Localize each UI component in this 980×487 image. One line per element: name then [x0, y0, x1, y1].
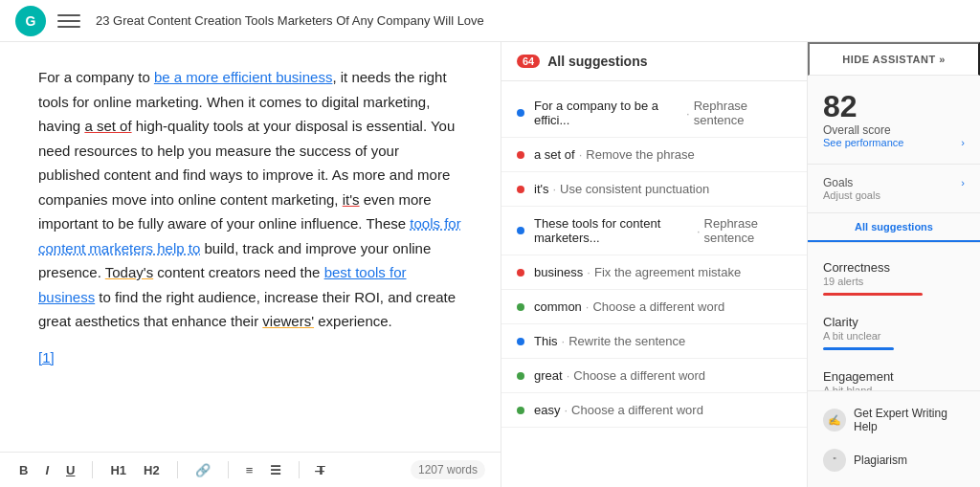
metric-name-2: Engagement	[823, 369, 965, 384]
suggestion-sep-7: ·	[567, 368, 570, 383]
suggestion-item-0[interactable]: For a company to be a effici... · Rephra…	[501, 89, 807, 138]
suggestion-sep-5: ·	[586, 299, 590, 314]
suggestion-item-6[interactable]: This · Rewrite the sentence	[501, 324, 807, 359]
suggestions-badge: 64	[517, 55, 540, 68]
flagged-viewers: viewers'	[262, 313, 314, 329]
flagged-todays: Today's	[105, 264, 153, 280]
writing-icon: ✍	[823, 409, 846, 432]
adjust-goals-link[interactable]: Goals ›	[823, 176, 965, 189]
suggestion-word-8: easy	[534, 403, 560, 417]
suggestion-item-2[interactable]: it's · Use consistent punctuation	[501, 172, 807, 207]
suggestion-word-1: a set of	[534, 147, 575, 162]
suggestion-sep-1: ·	[579, 147, 583, 162]
suggestion-sep-3: ·	[697, 224, 701, 238]
ordered-list-button[interactable]: ≡	[242, 461, 257, 479]
suggestion-dot-1	[517, 151, 524, 159]
tab-all-suggestions[interactable]: All suggestions	[808, 213, 980, 242]
main-layout: For a company to be a more efficient bus…	[0, 42, 980, 487]
metric-bar-1	[823, 347, 894, 350]
link-tools-marketers[interactable]: tools for content marketers help to	[38, 215, 461, 256]
suggestions-title: All suggestions	[547, 54, 647, 69]
see-performance-link[interactable]: See performance ›	[823, 137, 965, 148]
h1-button[interactable]: H1	[106, 461, 130, 479]
suggestion-dot-3	[517, 227, 524, 234]
unordered-list-button[interactable]: ☰	[266, 461, 285, 479]
italic-button[interactable]: I	[41, 461, 53, 479]
suggestion-dot-8	[517, 407, 524, 414]
suggestion-word-7: great	[534, 368, 563, 383]
suggestion-dot-2	[517, 186, 524, 193]
extra-section: ✍ Get Expert Writing Help " Plagiarism	[808, 390, 980, 487]
metric-bar-0	[823, 293, 923, 296]
suggestion-word-0: For a company to be a effici...	[534, 99, 682, 127]
suggestion-word-5: common	[534, 299, 582, 314]
underline-button[interactable]: U	[62, 461, 78, 479]
suggestion-item-7[interactable]: great · Choose a different word	[501, 359, 807, 393]
metric-correctness[interactable]: Correctness 19 alerts	[808, 251, 980, 305]
link-efficient-business[interactable]: be a more efficient business	[154, 69, 333, 85]
chevron-right-icon: ›	[961, 137, 965, 148]
suggestion-sep-4: ·	[587, 265, 590, 279]
suggestion-item-4[interactable]: business · Fix the agreement mistake	[501, 255, 807, 290]
goals-label: Goals	[823, 176, 853, 189]
suggestions-panel: 64 All suggestions For a company to be a…	[501, 42, 808, 487]
plagiarism-icon: "	[823, 449, 846, 472]
suggestion-action-6: Rewrite the sentence	[568, 334, 685, 348]
suggestion-action-2: Use consistent punctuation	[560, 182, 709, 196]
suggestion-dot-5	[517, 303, 524, 311]
clear-format-button[interactable]: T̶	[313, 461, 329, 479]
plagiarism-label: Plagiarism	[854, 454, 907, 467]
nav-tabs: All suggestions	[808, 213, 980, 243]
expert-writing-help[interactable]: ✍ Get Expert Writing Help	[823, 399, 965, 441]
suggestion-action-0: Rephrase sentence	[694, 99, 791, 127]
suggestion-action-4: Fix the agreement mistake	[594, 265, 741, 279]
suggestion-item-5[interactable]: common · Choose a different word	[501, 290, 807, 324]
suggestion-dot-7	[517, 372, 524, 380]
ref-link[interactable]: [1]	[38, 349, 55, 365]
menu-icon[interactable]	[57, 10, 80, 33]
app-logo[interactable]: G	[15, 6, 46, 36]
score-label: Overall score	[823, 123, 965, 137]
hide-assistant-button[interactable]: HIDE ASSISTANT »	[808, 42, 980, 76]
suggestion-action-3: Rephrase sentence	[704, 216, 791, 245]
toolbar-divider-4	[299, 461, 300, 478]
editor-toolbar: B I U H1 H2 🔗 ≡ ☰ T̶ 1207 words	[0, 452, 501, 487]
editor-ref: [1]	[38, 345, 462, 370]
topbar: G 23 Great Content Creation Tools Market…	[0, 0, 980, 42]
metric-engagement[interactable]: Engagement A bit bland	[808, 360, 980, 390]
suggestion-word-2: it's	[534, 182, 548, 196]
suggestion-action-5: Choose a different word	[592, 299, 724, 314]
suggestion-word-6: This	[534, 334, 558, 348]
suggestion-action-8: Choose a different word	[571, 403, 703, 417]
suggestion-item-1[interactable]: a set of · Remove the phrase	[501, 138, 807, 172]
editor-content[interactable]: For a company to be a more efficient bus…	[0, 42, 501, 452]
right-panel: HIDE ASSISTANT » 82 Overall score See pe…	[808, 42, 980, 487]
suggestion-sep-0: ·	[686, 106, 690, 121]
toolbar-divider-1	[92, 461, 93, 478]
suggestions-header: 64 All suggestions	[501, 42, 807, 81]
suggestion-sep-8: ·	[564, 403, 568, 417]
plagiarism-check[interactable]: " Plagiarism	[823, 441, 965, 479]
link-best-tools[interactable]: best tools for business	[38, 264, 407, 305]
suggestion-action-1: Remove the phrase	[586, 147, 694, 162]
score-section: 82 Overall score See performance ›	[808, 76, 980, 165]
suggestion-word-4: business	[534, 265, 583, 279]
word-count[interactable]: 1207 words	[411, 460, 485, 479]
suggestion-dot-4	[517, 269, 524, 277]
metric-clarity[interactable]: Clarity A bit unclear	[808, 305, 980, 360]
flagged-a-set-of: a set of	[84, 118, 131, 134]
suggestion-sep-2: ·	[552, 182, 556, 196]
metric-sub-1: A bit unclear	[823, 330, 965, 342]
bold-button[interactable]: B	[15, 461, 32, 479]
editor-area: For a company to be a more efficient bus…	[0, 42, 501, 487]
editor-paragraph: For a company to be a more efficient bus…	[38, 65, 462, 334]
metric-name-0: Correctness	[823, 260, 965, 275]
suggestion-item-8[interactable]: easy · Choose a different word	[501, 393, 807, 428]
goals-section: Goals › Adjust goals	[808, 165, 980, 213]
chevron-right-icon-goals: ›	[961, 177, 965, 188]
suggestion-item-3[interactable]: These tools for content marketers... · R…	[501, 207, 807, 255]
link-button[interactable]: 🔗	[191, 461, 214, 479]
suggestion-action-7: Choose a different word	[573, 368, 705, 383]
h2-button[interactable]: H2	[140, 461, 164, 479]
suggestion-sep-6: ·	[562, 334, 566, 348]
